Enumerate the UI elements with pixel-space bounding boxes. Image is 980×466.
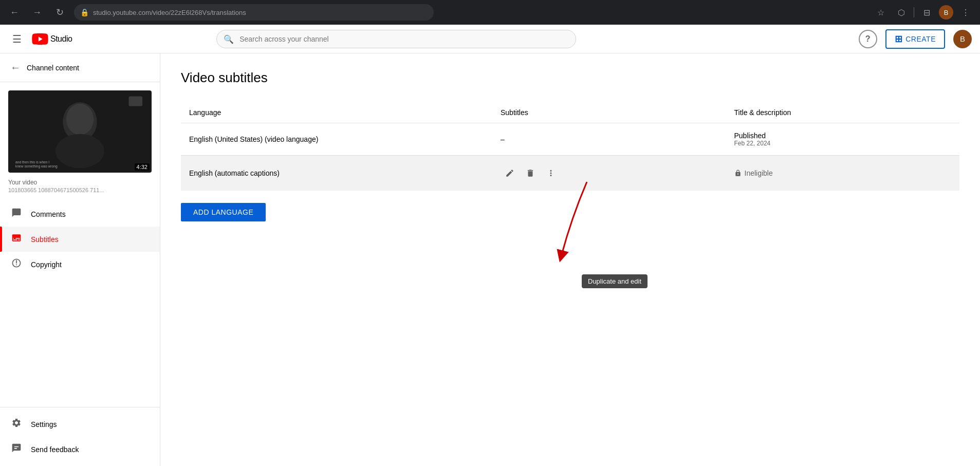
ineligible-container: Ineligible [734,169,952,177]
status-label: Published [734,132,952,140]
create-label: CREATE [905,35,936,43]
duplicate-edit-button[interactable] [501,164,519,182]
language-cell: English (automatic captions) [181,156,492,191]
copyright-label: Copyright [31,260,62,269]
settings-icon [10,418,23,431]
subtitle-table: Language Subtitles Title & description E… [181,102,959,191]
send-feedback-label: Send feedback [31,445,79,454]
header: ☰ Studio 🔍 ? ⊞ CREATE B [0,25,980,53]
table-body: English (United States) (video language)… [181,123,959,191]
address-bar[interactable]: 🔒 studio.youtube.com/video/22zE6l268Vs/t… [74,4,434,21]
create-icon: ⊞ [895,33,903,45]
split-button[interactable]: ⊟ [918,4,935,21]
back-icon: ← [10,62,21,73]
svg-rect-5 [129,97,143,106]
search-icon: 🔍 [224,34,234,44]
table-header: Language Subtitles Title & description [181,102,959,123]
svg-text:knew something was wrong: knew something was wrong [15,164,58,169]
studio-logo-text: Studio [50,34,72,44]
settings-label: Settings [31,420,57,428]
create-button[interactable]: ⊞ CREATE [885,29,945,49]
row-actions [501,164,718,182]
browser-chrome: ← → ↻ 🔒 studio.youtube.com/video/22zE6l2… [0,0,980,25]
copyright-icon [10,258,23,271]
send-feedback-icon [10,443,23,456]
header-subtitles: Subtitles [492,102,726,123]
content-area: Video subtitles Language Subtitles Title… [160,53,980,466]
lock-icon [734,170,742,177]
browser-profile[interactable]: B [939,5,953,20]
page-title: Video subtitles [181,70,959,86]
delete-icon [526,169,535,178]
table-row: English (United States) (video language)… [181,123,959,156]
youtube-logo-icon [32,33,48,45]
extensions-button[interactable]: ⬡ [893,4,910,21]
tooltip: Duplicate and edit [582,274,648,288]
your-video-label: Your video [8,179,152,186]
logo[interactable]: Studio [32,33,72,45]
help-button[interactable]: ? [859,30,877,48]
back-button[interactable]: ← [6,4,23,21]
video-id: 101803665 1088704671500526 711... [8,187,152,193]
subtitles-label: Subtitles [31,235,59,244]
status-container: Published Feb 22, 2024 [734,132,952,147]
refresh-button[interactable]: ↻ [51,4,68,21]
title-cell: Published Feb 22, 2024 [726,123,960,156]
comments-label: Comments [31,210,66,218]
browser-menu-button[interactable]: ⋮ [957,4,974,21]
subtitles-icon [10,233,23,246]
sidebar-item-send-feedback[interactable]: Send feedback [0,437,160,462]
header-title: Title & description [726,102,960,123]
search-bar: 🔍 [216,30,576,48]
thumbnail-image: and then this is when I knew something w… [8,90,152,173]
url-text: studio.youtube.com/video/22zE6l268Vs/tra… [93,9,246,16]
subtitles-cell: – [492,123,726,156]
app: ☰ Studio 🔍 ? ⊞ CREATE B ← Channel co [0,25,980,466]
sidebar-item-copyright[interactable]: Copyright [0,252,160,277]
channel-content-label: Channel content [27,64,79,72]
language-cell: English (United States) (video language) [181,123,492,156]
lock-icon: 🔒 [80,8,89,16]
main-layout: ← Channel content [0,53,980,466]
header-language: Language [181,102,492,123]
sidebar-nav: Comments Subtitles Copyright [0,197,160,281]
ineligible-cell: Ineligible [726,156,960,191]
sidebar-item-comments[interactable]: Comments [0,201,160,227]
user-avatar[interactable]: B [953,30,972,48]
more-options-button[interactable] [542,164,560,182]
sidebar: ← Channel content [0,53,160,466]
ineligible-label: Ineligible [745,169,773,177]
add-language-button[interactable]: ADD LANGUAGE [181,203,266,221]
table-row: English (automatic captions) [181,156,959,191]
subtitles-actions-cell [492,156,726,191]
svg-point-4 [56,134,104,169]
sidebar-item-subtitles[interactable]: Subtitles [0,227,160,252]
video-meta: Your video 101803665 1088704671500526 71… [0,177,160,197]
comments-icon [10,208,23,220]
search-input[interactable] [216,30,576,48]
thumbnail-svg: and then this is when I knew something w… [10,92,150,171]
delete-button[interactable] [521,164,540,182]
sidebar-bottom: Settings Send feedback [0,407,160,466]
video-duration: 4:32 [135,163,150,171]
video-thumbnail: and then this is when I knew something w… [8,90,152,173]
status-date: Feb 22, 2024 [734,140,952,147]
arrow-annotation [541,177,602,269]
sidebar-back[interactable]: ← Channel content [0,53,160,82]
star-button[interactable]: ☆ [873,4,889,21]
browser-actions: ☆ ⬡ ⊟ B ⋮ [873,4,974,21]
svg-text:and then this is when I: and then this is when I [15,160,49,164]
forward-button[interactable]: → [29,4,45,21]
divider [914,7,914,17]
hamburger-button[interactable]: ☰ [8,29,26,49]
svg-point-3 [66,104,94,135]
sidebar-item-settings[interactable]: Settings [0,412,160,437]
pencil-icon [505,169,514,178]
header-right: ? ⊞ CREATE B [859,29,972,49]
more-icon [546,169,556,178]
